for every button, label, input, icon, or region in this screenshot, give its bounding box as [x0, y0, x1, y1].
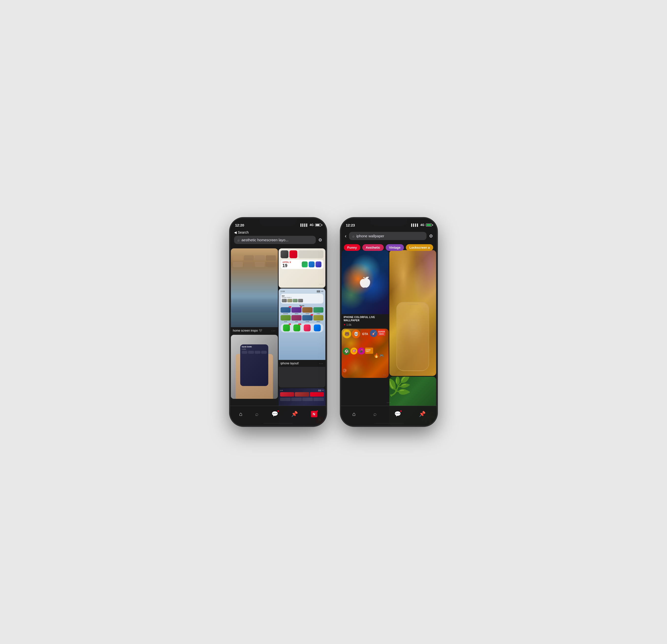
tag-lockscreen[interactable]: Lockscreen a: [406, 244, 433, 251]
messages-dot-2: [400, 410, 402, 412]
pin-music-layout[interactable]: 13:08 ▌▌▌ 4G ayo morgan leigh ♦: [279, 289, 326, 387]
tab-search-1[interactable]: ⌕: [255, 411, 258, 417]
back-label-1: ◀ Search: [234, 230, 248, 235]
pin-homescreen-title: home screen inspo 🖤: [233, 329, 262, 332]
messages-icon-2: 💬: [394, 411, 401, 417]
pin-homescreen-dots[interactable]: ···: [272, 329, 276, 333]
pin-homescreen-footer: home screen inspo 🖤 ···: [231, 327, 278, 334]
tab-bar-2: ⌂ ⌕ 💬 📌: [341, 406, 437, 426]
tab-home-1[interactable]: ⌂: [239, 411, 242, 417]
tag-lockscreen-label: Lockscreen a: [409, 246, 430, 249]
right-column-1: april 9 19 ···: [279, 248, 326, 425]
status-icons-1: ▌▌▌▌ 4G: [300, 223, 321, 227]
phone-1: 12:20 ▌▌▌▌ 4G ◀ Search ⌕ aesthetic homes…: [230, 218, 326, 426]
tag-vintage[interactable]: Vintage: [386, 244, 404, 251]
pins-icon-2: 📌: [419, 411, 425, 417]
search-tab-icon-1: ⌕: [255, 411, 258, 417]
search-input-2[interactable]: ⌕ iphone wallpaper: [349, 232, 426, 240]
like-count-colorful: 1.6k: [346, 323, 352, 326]
search-mag-icon-2: ⌕: [353, 234, 354, 238]
search-mag-icon-1: ⌕: [238, 238, 240, 242]
left-col-2: IPHONE COLORFUL LIVE WALLPAPER ♥ 1.6k 🐻 …: [342, 250, 389, 426]
back-button-2[interactable]: ‹: [345, 233, 346, 239]
pin-marble-wallpaper[interactable]: ···: [389, 250, 436, 376]
tag-vintage-label: Vintage: [389, 246, 401, 249]
tab-bar-1: ⌂ ⌕ 💬 📌 N: [230, 406, 326, 426]
signal-icon-2: ▌▌▌▌: [411, 224, 419, 226]
phone-2: 12:23 ▌▌▌▌ 4G ‹ ⌕ iphone wallpaper ⚙: [341, 218, 437, 426]
search-query-1: aesthetic homescreen layo...: [242, 238, 312, 242]
pin-sticker-wallpaper[interactable]: 🐻 💀 GTA 🎸 SUPER MAN ⚽ 🎯 💣 GRAND THEFT 🔥 …: [342, 329, 389, 378]
battery-icon-1: [315, 224, 321, 226]
search-nav-2: ‹ ⌕ iphone wallpaper ⚙: [341, 229, 437, 242]
search-bar-row-2: ‹ ⌕ iphone wallpaper ⚙: [345, 232, 433, 240]
tag-funny-label: Funny: [347, 246, 357, 249]
heart-icon-colorful: ♥: [344, 323, 345, 326]
messages-icon-1: 💬: [272, 411, 278, 417]
network-label-1: 4G: [310, 223, 313, 227]
tab-search-2[interactable]: ⌕: [373, 411, 377, 417]
tab-pins-1[interactable]: 📌: [291, 411, 298, 417]
status-time-2: 12:23: [346, 223, 355, 227]
tab-messages-2[interactable]: 💬: [394, 411, 401, 417]
content-area-1: home screen inspo 🖤 ··· Sarah Smith: [230, 248, 326, 426]
tab-pins-2[interactable]: 📌: [419, 411, 425, 417]
bottom-dots-2: ···: [387, 400, 391, 404]
network-label-2: 4G: [420, 223, 424, 227]
pin-colorful-wallpaper[interactable]: IPHONE COLORFUL LIVE WALLPAPER ♥ 1.6k: [342, 250, 389, 328]
left-column-1: home screen inspo 🖤 ··· Sarah Smith: [231, 248, 278, 425]
tab-netflix-1[interactable]: N: [311, 411, 317, 417]
pin-phone-hand[interactable]: Sarah Smith mobile: [231, 335, 278, 399]
tab-messages-1[interactable]: 💬: [272, 411, 278, 417]
pin-layout-dots[interactable]: ···: [319, 361, 323, 365]
status-time-1: 12:20: [235, 223, 244, 227]
pins-icon-1: 📌: [291, 411, 298, 417]
tag-aesthetic[interactable]: Aesthetic: [362, 244, 384, 251]
home-icon-1: ⌂: [239, 411, 242, 417]
colorful-title: IPHONE COLORFUL LIVE WALLPAPER: [344, 316, 387, 322]
filter-icon-2[interactable]: ⚙: [429, 234, 433, 239]
netflix-icon-1: N: [311, 411, 317, 417]
pin-homescreen-inspo[interactable]: home screen inspo 🖤 ···: [231, 248, 278, 334]
filter-icon-1[interactable]: ⚙: [318, 237, 322, 243]
battery-icon-2: [426, 224, 432, 226]
netflix-dot-1: [316, 410, 318, 412]
home-icon-2: ⌂: [352, 411, 355, 417]
grid-content-2: IPHONE COLORFUL LIVE WALLPAPER ♥ 1.6k 🐻 …: [341, 250, 437, 426]
tags-row: Funny Aesthetic Vintage Lockscreen a: [341, 242, 437, 253]
tag-aesthetic-label: Aesthetic: [366, 246, 380, 249]
signal-icon-1: ▌▌▌▌: [300, 224, 308, 226]
search-input-1[interactable]: ⌕ aesthetic homescreen layo...: [234, 236, 316, 244]
notch-2: [370, 218, 407, 225]
colorful-likes-row: ♥ 1.6k: [342, 322, 389, 328]
tab-home-2[interactable]: ⌂: [352, 411, 355, 417]
pin-layout-footer: iphone layout! ···: [279, 360, 326, 367]
search-tab-icon-2: ⌕: [373, 411, 377, 417]
search-bar-row-1: ⌕ aesthetic homescreen layo... ⚙: [234, 236, 322, 244]
colorful-label: IPHONE COLORFUL LIVE WALLPAPER: [342, 314, 389, 322]
status-icons-2: ▌▌▌▌ 4G: [411, 223, 432, 227]
search-nav-1: ◀ Search ⌕ aesthetic homescreen layo... …: [230, 229, 326, 246]
right-col-2: ···: [389, 250, 436, 426]
notch: [260, 218, 297, 225]
pin-layout-title: iphone layout!: [281, 361, 299, 365]
messages-dot-1: [277, 410, 279, 412]
back-button-1[interactable]: ◀ Search: [234, 230, 322, 236]
pin-widgets[interactable]: april 9 19 ···: [279, 248, 326, 288]
tag-funny[interactable]: Funny: [344, 244, 360, 251]
search-query-2: iphone wallpaper: [356, 234, 423, 238]
